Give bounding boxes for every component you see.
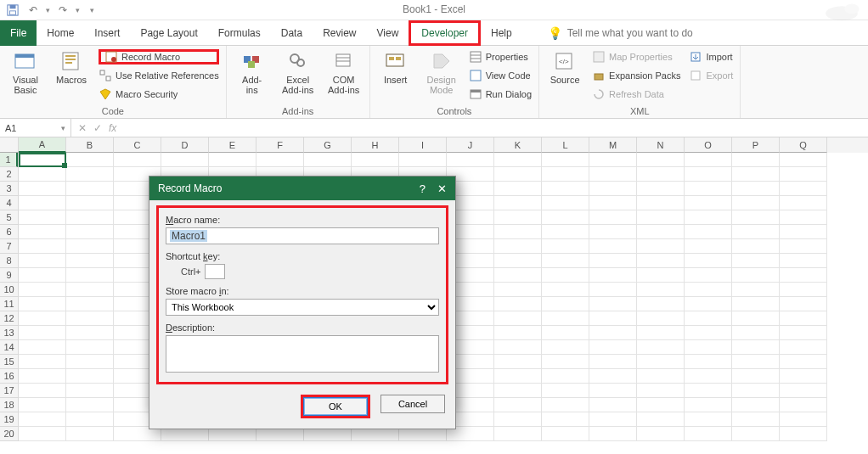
cell[interactable] <box>732 210 780 225</box>
store-macro-select[interactable]: This Workbook <box>166 299 439 316</box>
cell[interactable] <box>685 311 732 326</box>
col-header-E[interactable]: E <box>209 137 256 153</box>
col-header-Q[interactable]: Q <box>780 137 827 153</box>
cell[interactable] <box>780 196 827 210</box>
cell[interactable] <box>542 340 589 355</box>
cell[interactable] <box>542 225 589 239</box>
cell[interactable] <box>19 384 66 398</box>
cell[interactable] <box>66 384 114 398</box>
cell[interactable] <box>637 254 685 268</box>
cell[interactable] <box>589 384 637 398</box>
cell[interactable] <box>589 297 637 311</box>
cell[interactable] <box>685 369 732 384</box>
cell[interactable] <box>542 254 589 268</box>
cell[interactable] <box>494 398 542 412</box>
row-header-7[interactable]: 7 <box>0 239 18 254</box>
cell[interactable] <box>732 196 780 210</box>
com-addins-button[interactable]: COM Add-ins <box>325 49 363 95</box>
cell[interactable] <box>780 225 827 239</box>
cell[interactable] <box>161 153 209 167</box>
cell[interactable] <box>19 210 66 225</box>
cell[interactable] <box>685 340 732 355</box>
cell[interactable] <box>66 225 114 239</box>
ok-button[interactable]: OK <box>303 397 368 416</box>
row-header-6[interactable]: 6 <box>0 225 18 239</box>
cell[interactable] <box>542 412 589 427</box>
cancel-formula-icon[interactable]: ✕ <box>78 122 87 134</box>
cell[interactable] <box>732 268 780 283</box>
cell[interactable] <box>732 355 780 369</box>
row-header-18[interactable]: 18 <box>0 398 18 412</box>
cell[interactable] <box>732 311 780 326</box>
cell[interactable] <box>494 326 542 340</box>
row-header-15[interactable]: 15 <box>0 355 18 369</box>
cell[interactable] <box>637 196 685 210</box>
cell[interactable] <box>494 369 542 384</box>
record-macro-button[interactable]: Record Macro <box>99 49 219 64</box>
expansion-packs-button[interactable]: Expansion Packs <box>592 68 680 83</box>
tab-file[interactable]: File <box>0 20 37 46</box>
col-header-P[interactable]: P <box>732 137 780 153</box>
col-header-A[interactable]: A <box>19 137 66 153</box>
cell[interactable] <box>542 182 589 196</box>
col-header-N[interactable]: N <box>637 137 685 153</box>
macro-name-input[interactable]: Macro1 <box>166 227 439 244</box>
excel-addins-button[interactable]: Excel Add-ins <box>279 49 317 95</box>
cell[interactable] <box>589 153 637 167</box>
cell[interactable] <box>66 210 114 225</box>
cell[interactable] <box>780 182 827 196</box>
cell[interactable] <box>19 427 66 441</box>
save-icon[interactable] <box>5 3 20 18</box>
cell[interactable] <box>685 254 732 268</box>
fx-icon[interactable]: fx <box>109 122 116 134</box>
visual-basic-button[interactable]: Visual Basic <box>7 49 44 95</box>
cell[interactable] <box>66 326 114 340</box>
cell[interactable] <box>637 225 685 239</box>
cell[interactable] <box>685 283 732 297</box>
row-header-17[interactable]: 17 <box>0 384 18 398</box>
col-header-D[interactable]: D <box>161 137 209 153</box>
cell[interactable] <box>66 268 114 283</box>
cell[interactable] <box>19 239 66 254</box>
cell[interactable] <box>447 153 494 167</box>
cell[interactable] <box>66 369 114 384</box>
cell[interactable] <box>732 326 780 340</box>
cell[interactable] <box>66 340 114 355</box>
cell[interactable] <box>494 268 542 283</box>
cell[interactable] <box>19 398 66 412</box>
cell[interactable] <box>637 412 685 427</box>
col-header-O[interactable]: O <box>685 137 732 153</box>
cell[interactable] <box>685 225 732 239</box>
cell[interactable] <box>685 153 732 167</box>
cell[interactable] <box>494 239 542 254</box>
cell[interactable] <box>637 369 685 384</box>
cell[interactable] <box>780 355 827 369</box>
cell[interactable] <box>19 412 66 427</box>
xml-source-button[interactable]: </>Source <box>546 49 583 85</box>
row-header-12[interactable]: 12 <box>0 311 18 326</box>
undo-dropdown-icon[interactable]: ▾ <box>46 6 50 14</box>
cell[interactable] <box>637 167 685 182</box>
cell[interactable] <box>732 254 780 268</box>
cell[interactable] <box>542 268 589 283</box>
cell[interactable] <box>685 182 732 196</box>
cell[interactable] <box>589 268 637 283</box>
help-icon[interactable]: ? <box>420 182 426 195</box>
cell[interactable] <box>19 297 66 311</box>
row-header-4[interactable]: 4 <box>0 196 18 210</box>
col-header-M[interactable]: M <box>589 137 637 153</box>
cell[interactable] <box>780 297 827 311</box>
cell[interactable] <box>494 340 542 355</box>
cell[interactable] <box>304 153 352 167</box>
xml-import-button[interactable]: Import <box>689 49 733 64</box>
col-header-J[interactable]: J <box>447 137 494 153</box>
cell[interactable] <box>732 297 780 311</box>
cell[interactable] <box>589 239 637 254</box>
cell[interactable] <box>637 210 685 225</box>
cell[interactable] <box>19 182 66 196</box>
cell[interactable] <box>637 239 685 254</box>
cell[interactable] <box>637 340 685 355</box>
row-header-8[interactable]: 8 <box>0 254 18 268</box>
col-header-H[interactable]: H <box>352 137 399 153</box>
cell[interactable] <box>637 283 685 297</box>
